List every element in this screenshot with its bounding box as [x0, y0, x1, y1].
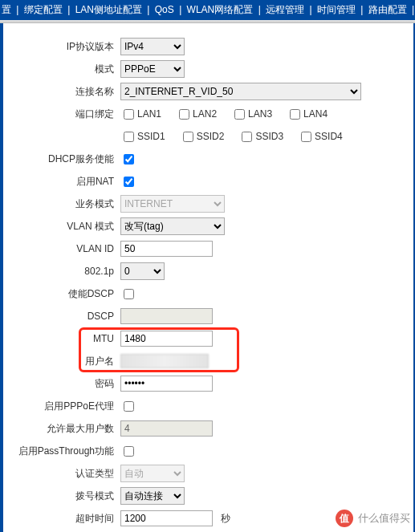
ip-version-select[interactable]: IPv4	[120, 38, 185, 55]
service-mode-select[interactable]: INTERNET	[120, 195, 225, 213]
nav-item-5[interactable]: 远程管理	[266, 4, 304, 15]
timeout-suffix: 秒	[221, 512, 230, 526]
label-username: 用户名	[11, 355, 120, 368]
lan2-checkbox[interactable]	[179, 109, 189, 120]
label-port-bind: 端口绑定	[11, 108, 120, 121]
timeout-input[interactable]	[120, 510, 213, 526]
nav-sep: |	[16, 4, 18, 15]
label-password: 密码	[11, 377, 120, 391]
max-users-input	[120, 420, 213, 437]
label-mode: 模式	[11, 63, 120, 76]
lan2-label: LAN2	[193, 108, 217, 120]
auth-type-select[interactable]: 自动	[120, 465, 185, 482]
label-conn-name: 连接名称	[11, 85, 120, 99]
label-timeout: 超时时间	[11, 512, 120, 526]
nav-sep: |	[309, 4, 311, 15]
form-area: IP协议版本 IPv4 模式 PPPoE 连接名称 2_INTERNET_R_V…	[0, 23, 415, 532]
conn-name-select[interactable]: 2_INTERNET_R_VID_50	[120, 83, 361, 100]
ssid3-label: SSID3	[255, 131, 283, 142]
dscp-enable-checkbox[interactable]	[124, 289, 134, 299]
label-dscp: DSCP	[11, 311, 120, 322]
nav-sep: |	[67, 4, 70, 15]
label-pppoe-proxy: 启用PPPoE代理	[11, 400, 120, 413]
nav-sep: |	[179, 4, 181, 15]
ssid1-label: SSID1	[137, 131, 165, 142]
label-8021p: 802.1p	[11, 266, 120, 277]
lan3-label: LAN3	[248, 108, 272, 120]
vlan-mode-select[interactable]: 改写(tag)	[120, 217, 225, 235]
dial-mode-select[interactable]: 自动连接	[120, 487, 185, 505]
lan1-checkbox[interactable]	[124, 109, 134, 120]
label-auth-type: 认证类型	[11, 467, 120, 481]
label-nat: 启用NAT	[11, 175, 120, 189]
nav-item-3[interactable]: QoS	[155, 4, 174, 15]
label-ip-version: IP协议版本	[11, 40, 120, 54]
ssid4-checkbox[interactable]	[301, 132, 311, 142]
nav-sep: |	[360, 4, 363, 15]
mtu-input[interactable]	[120, 331, 213, 347]
ssid3-checkbox[interactable]	[242, 132, 252, 142]
nav-sep: |	[412, 4, 414, 15]
lan4-label: LAN4	[303, 108, 328, 120]
ssid1-checkbox[interactable]	[124, 132, 134, 142]
ssid2-label: SSID2	[197, 131, 225, 142]
passthrough-checkbox[interactable]	[124, 446, 134, 457]
mode-select[interactable]: PPPoE	[120, 60, 185, 78]
vlan-id-input[interactable]	[120, 241, 213, 257]
pppoe-proxy-checkbox[interactable]	[124, 401, 134, 412]
lan4-checkbox[interactable]	[290, 109, 300, 120]
nav-item-2[interactable]: LAN侧地址配置	[75, 4, 142, 15]
dscp-input	[120, 308, 213, 324]
label-dscp-enable: 使能DSCP	[11, 287, 120, 301]
password-input[interactable]	[120, 376, 213, 392]
nav-item-4[interactable]: WLAN网络配置	[187, 4, 254, 15]
top-nav: 置 | 绑定配置 | LAN侧地址配置 | QoS | WLAN网络配置 | 远…	[0, 0, 415, 20]
label-passthrough: 启用PassThrough功能	[11, 445, 120, 458]
p8021-select[interactable]: 0	[120, 262, 165, 280]
ssid2-checkbox[interactable]	[183, 132, 193, 142]
nav-sep: |	[258, 4, 261, 15]
label-vlan-mode: VLAN 模式	[11, 220, 120, 234]
lan1-label: LAN1	[137, 108, 161, 120]
nav-sep: |	[147, 4, 149, 15]
dhcp-checkbox[interactable]	[124, 154, 134, 164]
label-max-users: 允许最大用户数	[11, 422, 120, 436]
label-service-mode: 业务模式	[11, 197, 120, 211]
nav-item-7[interactable]: 路由配置	[368, 4, 407, 15]
label-dhcp: DHCP服务使能	[11, 152, 120, 166]
nav-item-0[interactable]: 置	[2, 4, 11, 15]
label-dial-mode: 拨号模式	[11, 489, 120, 503]
ssid4-label: SSID4	[315, 131, 343, 142]
label-mtu: MTU	[11, 333, 120, 344]
nav-item-1[interactable]: 绑定配置	[24, 4, 63, 15]
nat-checkbox[interactable]	[124, 177, 134, 187]
nav-item-6[interactable]: 时间管理	[317, 4, 356, 15]
lan3-checkbox[interactable]	[234, 109, 245, 120]
username-input[interactable]	[120, 354, 209, 368]
label-vlan-id: VLAN ID	[11, 243, 120, 254]
